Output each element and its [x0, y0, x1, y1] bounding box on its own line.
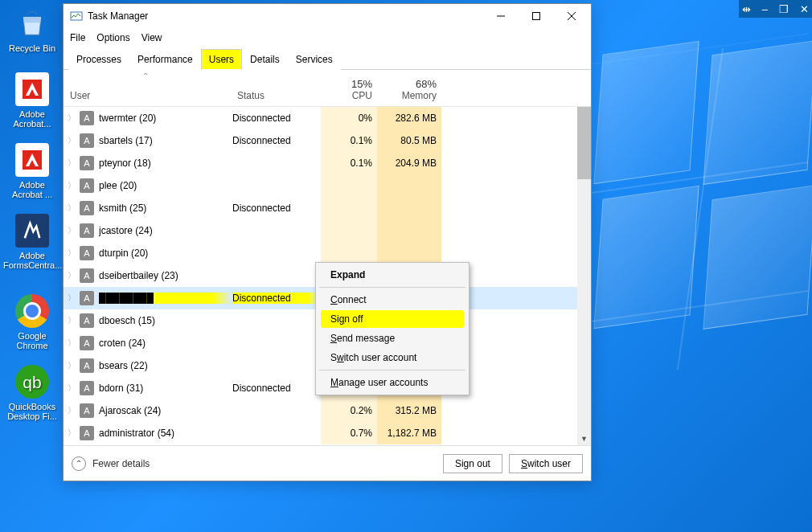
user-memory: 204.9 MB	[377, 152, 441, 174]
user-memory	[377, 174, 441, 197]
menu-view[interactable]: View	[141, 32, 162, 43]
user-cpu: 0%	[321, 107, 377, 129]
table-row[interactable]: 〉Asbartels (17)Disconnected0.1%80.5 MB	[64, 129, 591, 152]
user-icon: A	[80, 358, 94, 373]
user-icon: A	[80, 156, 94, 170]
desktop-icon-label: Adobe Acrobat ...	[12, 180, 52, 199]
menu-item-send-message[interactable]: Send message	[318, 329, 467, 348]
close-button[interactable]	[554, 5, 589, 27]
table-row[interactable]: 〉AAjaroscak (24)0.2%315.2 MB	[64, 399, 591, 422]
user-name: jcastore (24)	[99, 225, 232, 236]
maximize-button[interactable]	[519, 5, 554, 27]
tab-services[interactable]: Services	[288, 49, 341, 70]
user-icon: A	[80, 133, 94, 148]
table-row[interactable]: 〉Ajcastore (24)	[64, 219, 591, 242]
expand-chevron-icon[interactable]: 〉	[64, 180, 80, 191]
user-icon: A	[80, 223, 94, 238]
desktop-icon-adobe-acrobat-2[interactable]: Adobe Acrobat ...	[3, 143, 61, 199]
user-memory: 1,182.7 MB	[377, 422, 441, 444]
desktop-icon-adobe-formscentral[interactable]: Adobe FormsCentra...	[3, 214, 61, 270]
user-memory	[377, 242, 441, 264]
user-icon: A	[80, 381, 94, 395]
user-cpu	[321, 219, 377, 242]
expand-chevron-icon[interactable]: 〉	[64, 383, 80, 394]
separator	[319, 370, 465, 370]
column-memory[interactable]: 68%Memory	[377, 70, 441, 106]
desktop-icon-google-chrome[interactable]: Google Chrome	[3, 294, 61, 350]
user-icon: A	[80, 178, 94, 193]
menu-file[interactable]: File	[70, 32, 85, 43]
close-icon[interactable]: ✕	[800, 3, 809, 15]
table-row[interactable]: 〉Aksmith (25)Disconnected	[64, 197, 591, 219]
user-name: pteynor (18)	[99, 158, 232, 169]
menu-item-manage-users[interactable]: Manage user accounts	[318, 373, 467, 392]
expand-chevron-icon[interactable]: 〉	[64, 248, 80, 259]
table-row[interactable]: 〉Aplee (20)	[64, 174, 591, 197]
desktop-icon-quickbooks[interactable]: qb QuickBooks Desktop Fi...	[3, 365, 61, 421]
expand-chevron-icon[interactable]: 〉	[64, 203, 80, 214]
switch-user-button[interactable]: Switch user	[509, 454, 583, 473]
expand-chevron-icon[interactable]: 〉	[64, 293, 80, 304]
user-cpu	[321, 174, 377, 197]
user-status: Disconnected	[232, 203, 321, 214]
menu-options[interactable]: Options	[96, 32, 129, 43]
scroll-thumb[interactable]	[577, 107, 591, 179]
tab-performance[interactable]: Performance	[129, 49, 201, 70]
expand-chevron-icon[interactable]: 〉	[64, 428, 80, 439]
column-cpu[interactable]: 15%CPU	[321, 70, 377, 106]
desktop-icon-recycle-bin[interactable]: Recycle Bin	[3, 6, 61, 53]
expand-chevron-icon[interactable]: 〉	[64, 270, 80, 281]
user-icon: A	[80, 268, 94, 283]
expand-chevron-icon[interactable]: 〉	[64, 360, 80, 371]
expand-chevron-icon[interactable]: 〉	[64, 225, 80, 236]
expand-chevron-icon[interactable]: 〉	[64, 338, 80, 349]
user-name: administrator (54)	[99, 428, 232, 439]
expand-chevron-icon[interactable]: 〉	[64, 135, 80, 146]
user-icon: A	[80, 403, 94, 418]
menu-item-connect[interactable]: Connect	[318, 290, 467, 309]
tab-details[interactable]: Details	[242, 49, 288, 70]
user-cpu: 0.7%	[321, 422, 377, 444]
recycle-bin-icon	[15, 6, 49, 40]
table-row[interactable]: 〉Atwermter (20)Disconnected0%282.6 MB	[64, 107, 591, 129]
sign-out-button[interactable]: Sign out	[443, 454, 502, 473]
tab-processes[interactable]: Processes	[68, 49, 129, 70]
task-manager-icon	[70, 10, 83, 23]
svg-text:qb: qb	[23, 373, 41, 391]
menu-item-sign-off[interactable]: Sign off	[321, 310, 464, 328]
expand-chevron-icon[interactable]: 〉	[64, 405, 80, 416]
user-name: sbartels (17)	[99, 135, 232, 146]
user-memory: 80.5 MB	[377, 129, 441, 152]
fewer-details-toggle[interactable]: ⌃ Fewer details	[72, 456, 150, 471]
pin-icon[interactable]: ⇹	[742, 3, 751, 15]
menu-item-switch-user[interactable]: Switch user account	[318, 348, 467, 367]
user-name: bdorn (31)	[99, 383, 232, 394]
chevron-up-icon: ⌃	[72, 456, 86, 471]
fewer-details-label: Fewer details	[92, 458, 150, 469]
minimize-icon[interactable]: –	[762, 3, 768, 15]
table-row[interactable]: 〉Aadministrator (54)0.7%1,182.7 MB	[64, 422, 591, 444]
user-status: Disconnected	[232, 113, 321, 124]
user-status: Disconnected	[232, 135, 321, 146]
title-bar[interactable]: Task Manager	[64, 4, 591, 28]
adobe-icon	[15, 72, 49, 106]
table-row[interactable]: 〉Adturpin (20)	[64, 242, 591, 264]
desktop-icon-label: Adobe Acrobat...	[13, 109, 51, 129]
expand-chevron-icon[interactable]: 〉	[64, 315, 80, 326]
user-memory	[377, 219, 441, 242]
forms-icon	[15, 214, 49, 248]
desktop-icon-adobe-acrobat[interactable]: Adobe Acrobat...	[3, 72, 61, 129]
tab-users[interactable]: Users	[201, 49, 242, 70]
expand-chevron-icon[interactable]: 〉	[64, 158, 80, 169]
table-row[interactable]: 〉Apteynor (18)0.1%204.9 MB	[64, 152, 591, 174]
column-status[interactable]: Status	[232, 70, 321, 106]
minimize-button[interactable]	[483, 5, 519, 27]
user-icon: A	[80, 426, 94, 440]
window-title: Task Manager	[88, 10, 483, 22]
restore-icon[interactable]: ❐	[779, 3, 789, 15]
scroll-down-icon[interactable]: ▼	[577, 432, 591, 445]
menu-item-expand[interactable]: Expand	[318, 265, 467, 284]
scrollbar[interactable]: ▲ ▼	[577, 107, 591, 445]
expand-chevron-icon[interactable]: 〉	[64, 113, 80, 124]
desktop-icon-label: Recycle Bin	[9, 43, 55, 53]
